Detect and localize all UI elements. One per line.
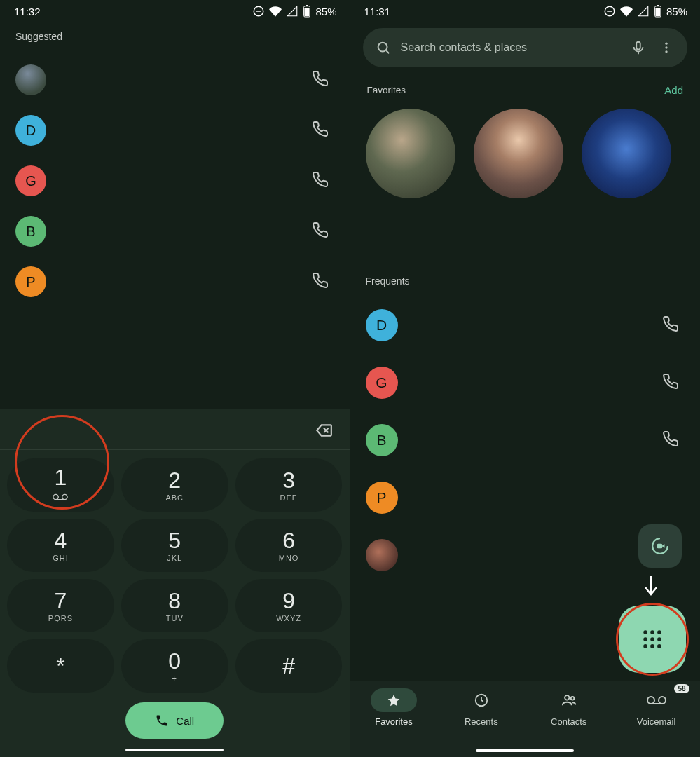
home-indicator[interactable]	[476, 749, 574, 752]
phone-icon[interactable]	[662, 315, 679, 335]
people-icon	[561, 693, 577, 708]
key-9[interactable]: 9WXYZ	[235, 579, 343, 632]
key-digit: 5	[168, 529, 181, 552]
dialer-panel: 1 2ABC 3DEF 4GHI 5JKL 6MNO 7PQRS 8TUV 9W…	[0, 409, 350, 757]
suggested-row[interactable]: D	[0, 105, 350, 156]
nav-voicemail[interactable]: 58 Voicemail	[612, 688, 700, 727]
phone-icon[interactable]	[662, 373, 679, 393]
key-8[interactable]: 8TUV	[121, 579, 228, 632]
phone-icon[interactable]	[662, 430, 679, 450]
key-2[interactable]: 2ABC	[121, 458, 228, 512]
key-0[interactable]: 0+	[121, 639, 228, 693]
video-call-fab[interactable]	[638, 524, 682, 568]
avatar-initial: D	[26, 123, 36, 139]
key-digit: *	[56, 655, 64, 677]
nav-favorites[interactable]: Favorites	[350, 688, 438, 727]
frequent-row[interactable]: B	[350, 411, 701, 469]
svg-point-30	[643, 644, 647, 648]
frequent-row[interactable]: G	[350, 354, 701, 411]
key-1[interactable]: 1	[7, 458, 114, 512]
call-row: Call	[0, 697, 350, 746]
svg-point-20	[665, 46, 667, 48]
dialer-top-row	[0, 411, 350, 450]
svg-rect-3	[305, 8, 310, 17]
key-6[interactable]: 6MNO	[235, 519, 343, 572]
key-5[interactable]: 5JKL	[121, 519, 228, 572]
nav-label: Favorites	[375, 716, 412, 727]
voicemail-icon	[647, 695, 666, 706]
nav-label: Voicemail	[637, 716, 676, 727]
avatar: P	[15, 266, 46, 297]
call-button[interactable]: Call	[125, 702, 224, 739]
nav-contacts[interactable]: Contacts	[525, 688, 612, 727]
key-digit: 6	[282, 529, 295, 552]
avatar-initial: P	[26, 274, 35, 290]
favorite-contact[interactable]	[582, 109, 671, 198]
voice-search-button[interactable]	[624, 40, 652, 55]
search-bar[interactable]: Search contacts & places	[363, 28, 688, 67]
avatar: D	[15, 115, 46, 146]
home-indicator[interactable]	[125, 749, 224, 751]
suggested-row[interactable]	[0, 55, 350, 105]
status-time: 11:32	[14, 6, 41, 18]
phone-icon[interactable]	[312, 221, 329, 241]
bottom-nav: Favorites Recents Contacts 58 Voicemail	[350, 681, 701, 757]
more-button[interactable]	[652, 41, 680, 55]
avatar	[15, 64, 46, 95]
phone-icon[interactable]	[312, 121, 329, 140]
phone-icon[interactable]	[312, 171, 329, 191]
suggested-row[interactable]: P	[0, 257, 350, 307]
favorite-contact[interactable]	[366, 109, 455, 198]
svg-point-37	[647, 697, 654, 704]
svg-point-24	[643, 630, 647, 634]
dialpad-fab[interactable]	[619, 606, 686, 673]
add-favorite-button[interactable]: Add	[664, 84, 683, 96]
avatar-initial: P	[376, 489, 386, 506]
backspace-button[interactable]	[315, 421, 333, 442]
avatar-initial: B	[376, 432, 386, 449]
key-letters: ABC	[165, 493, 184, 502]
key-3[interactable]: 3DEF	[235, 458, 343, 512]
frequent-row[interactable]: D	[350, 296, 701, 354]
svg-point-28	[650, 637, 654, 641]
key-letters: DEF	[280, 493, 298, 502]
svg-point-26	[657, 630, 661, 634]
search-placeholder: Search contacts & places	[391, 41, 625, 54]
svg-point-31	[650, 644, 654, 648]
key-digit: 7	[55, 589, 67, 612]
star-icon	[387, 693, 401, 707]
key-letters: JKL	[167, 554, 182, 562]
key-4[interactable]: 4GHI	[7, 519, 114, 572]
call-label: Call	[176, 715, 194, 727]
battery-icon	[303, 5, 311, 18]
phone-icon	[155, 714, 169, 728]
favorite-contact[interactable]	[474, 109, 563, 198]
svg-point-38	[659, 697, 666, 704]
avatar: P	[366, 482, 398, 514]
svg-rect-14	[657, 5, 659, 6]
favorites-header: Favorites Add	[350, 74, 701, 103]
wifi-icon	[269, 5, 282, 18]
svg-point-25	[650, 630, 654, 634]
key-digit: 8	[168, 589, 181, 612]
svg-line-16	[386, 50, 389, 53]
phone-icon[interactable]	[312, 70, 329, 90]
frequent-row[interactable]: P	[350, 469, 701, 526]
avatar: G	[15, 165, 46, 196]
key-letters: WXYZ	[276, 614, 301, 622]
key-star[interactable]: *	[7, 639, 114, 693]
key-digit: 1	[55, 466, 67, 489]
avatar: G	[366, 367, 398, 399]
key-digit: 2	[168, 469, 181, 491]
nav-recents[interactable]: Recents	[437, 688, 525, 727]
suggested-row[interactable]: G	[0, 156, 350, 206]
phone-icon[interactable]	[312, 272, 329, 292]
status-bar: 11:32 85%	[0, 0, 350, 20]
key-7[interactable]: 7PQRS	[7, 579, 114, 632]
status-bar: 11:31 85%	[350, 0, 701, 20]
status-time: 11:31	[364, 6, 391, 18]
key-hash[interactable]: #	[235, 639, 343, 693]
svg-point-7	[53, 494, 58, 499]
search-icon	[376, 40, 391, 55]
suggested-row[interactable]: B	[0, 206, 350, 257]
